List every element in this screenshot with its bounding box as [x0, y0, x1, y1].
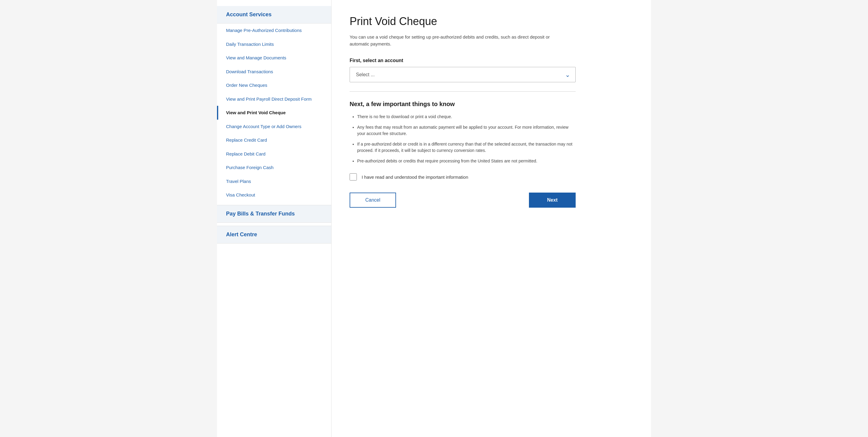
sidebar-item-replace-debit-card[interactable]: Replace Debit Card: [217, 147, 331, 161]
sidebar-item-view-print-void-cheque[interactable]: View and Print Void Cheque: [217, 106, 331, 120]
sidebar-item-download-transactions[interactable]: Download Transactions: [217, 65, 331, 79]
sidebar-section-title: Account Services: [217, 6, 331, 24]
sidebar-link-order-new-cheques[interactable]: Order New Cheques: [217, 79, 331, 92]
sidebar-link-change-account-type[interactable]: Change Account Type or Add Owners: [217, 120, 331, 133]
sidebar-link-view-print-payroll[interactable]: View and Print Payroll Direct Deposit Fo…: [217, 92, 331, 106]
bullet-item-1: Any fees that may result from an automat…: [357, 124, 576, 137]
info-box-title: Next, a few important things to know: [350, 101, 576, 107]
sidebar-link-replace-credit-card[interactable]: Replace Credit Card: [217, 133, 331, 147]
understood-checkbox[interactable]: [350, 173, 357, 181]
sidebar-link-view-print-void-cheque[interactable]: View and Print Void Cheque: [218, 106, 331, 120]
sidebar-link-purchase-foreign-cash[interactable]: Purchase Foreign Cash: [217, 161, 331, 175]
sidebar-item-change-account-type[interactable]: Change Account Type or Add Owners: [217, 120, 331, 133]
sidebar-item-travel-plans[interactable]: Travel Plans: [217, 175, 331, 188]
sidebar-link-view-manage-documents[interactable]: View and Manage Documents: [217, 51, 331, 65]
sidebar-section2-title[interactable]: Pay Bills & Transfer Funds: [217, 205, 331, 223]
sidebar-item-purchase-foreign-cash[interactable]: Purchase Foreign Cash: [217, 161, 331, 175]
page-layout: Account Services Manage Pre-Authorized C…: [217, 0, 651, 437]
sidebar-section3-title[interactable]: Alert Centre: [217, 226, 331, 244]
cancel-button[interactable]: Cancel: [350, 193, 396, 208]
info-box: Next, a few important things to know The…: [350, 101, 576, 164]
account-select-wrapper: Select ... ⌄: [350, 67, 576, 82]
page-title: Print Void Cheque: [350, 15, 633, 28]
main-content: Print Void Cheque You can use a void che…: [332, 0, 651, 437]
sidebar-link-visa-checkout[interactable]: Visa Checkout: [217, 188, 331, 202]
bullet-item-0: There is no fee to download or print a v…: [357, 114, 576, 120]
sidebar-link-manage-pre-authorized[interactable]: Manage Pre-Authorized Contributions: [217, 24, 331, 37]
button-row: Cancel Next: [350, 193, 576, 208]
bullet-item-3: Pre-authorized debits or credits that re…: [357, 158, 576, 164]
sidebar-nav: Manage Pre-Authorized ContributionsDaily…: [217, 24, 331, 202]
sidebar-item-view-print-payroll[interactable]: View and Print Payroll Direct Deposit Fo…: [217, 92, 331, 106]
sidebar-item-manage-pre-authorized[interactable]: Manage Pre-Authorized Contributions: [217, 24, 331, 37]
account-select[interactable]: Select ...: [350, 67, 576, 82]
section-divider: [350, 91, 576, 92]
sidebar-item-visa-checkout[interactable]: Visa Checkout: [217, 188, 331, 202]
sidebar-link-download-transactions[interactable]: Download Transactions: [217, 65, 331, 79]
sidebar: Account Services Manage Pre-Authorized C…: [217, 0, 332, 437]
sidebar-item-view-manage-documents[interactable]: View and Manage Documents: [217, 51, 331, 65]
checkbox-row: I have read and understood the important…: [350, 173, 576, 181]
sidebar-item-replace-credit-card[interactable]: Replace Credit Card: [217, 133, 331, 147]
sidebar-item-order-new-cheques[interactable]: Order New Cheques: [217, 79, 331, 92]
bullet-item-2: If a pre-authorized debit or credit is i…: [357, 141, 576, 154]
sidebar-link-daily-transaction-limits[interactable]: Daily Transaction Limits: [217, 37, 331, 51]
sidebar-link-replace-debit-card[interactable]: Replace Debit Card: [217, 147, 331, 161]
page-description: You can use a void cheque for setting up…: [350, 34, 561, 47]
sidebar-link-travel-plans[interactable]: Travel Plans: [217, 175, 331, 188]
sidebar-item-daily-transaction-limits[interactable]: Daily Transaction Limits: [217, 37, 331, 51]
account-section-label: First, select an account: [350, 58, 633, 63]
next-button[interactable]: Next: [529, 193, 576, 208]
bullet-list: There is no fee to download or print a v…: [350, 114, 576, 164]
checkbox-label[interactable]: I have read and understood the important…: [362, 175, 468, 180]
